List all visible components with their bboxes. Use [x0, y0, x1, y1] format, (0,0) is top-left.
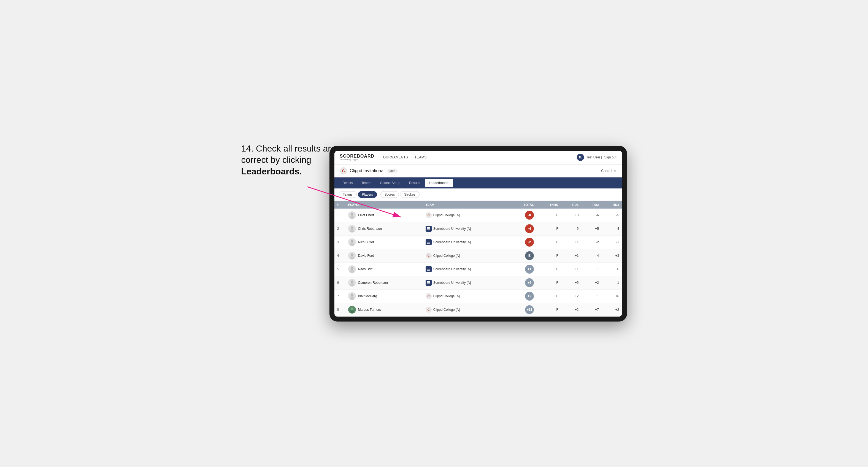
rd3-cell: -5	[601, 209, 622, 222]
rd3-cell: -1	[601, 276, 622, 289]
table-row: 5 Rees Britt Scoreboard University [A] +…	[334, 262, 622, 276]
cancel-icon: ✕	[614, 168, 617, 173]
col-team: TEAM	[423, 201, 509, 209]
signout-link[interactable]: Sign out	[604, 155, 616, 159]
rd3-cell: +6	[601, 289, 622, 303]
team-cell: Scoreboard University [A]	[423, 276, 509, 289]
thru-cell: F	[537, 262, 561, 276]
rd1-cell: +1	[561, 249, 582, 262]
player-avatar	[348, 225, 356, 232]
player-cell: Chris Robertson	[345, 222, 423, 235]
tab-results[interactable]: Results	[405, 179, 424, 187]
thru-cell: F	[537, 289, 561, 303]
svg-point-9	[351, 240, 353, 243]
team-logo-c: C	[426, 293, 432, 299]
thru-cell: F	[537, 222, 561, 235]
nav-right: TU Test User | Sign out	[577, 154, 616, 161]
player-avatar	[348, 238, 356, 246]
player-avatar	[348, 279, 356, 286]
team-cell: C Clippd College [A]	[423, 249, 509, 262]
rd3-cell: -4	[601, 222, 622, 235]
team-cell: Scoreboard University [A]	[423, 262, 509, 276]
nav-teams[interactable]: TEAMS	[414, 154, 427, 160]
filter-scores[interactable]: Scores	[380, 191, 399, 198]
thru-cell: F	[537, 303, 561, 316]
team-cell: C Clippd College [A]	[423, 289, 509, 303]
total-cell: -8	[509, 209, 537, 222]
outer-wrapper: 14. Check all results are correct by cli…	[241, 146, 627, 321]
team-cell: Scoreboard University [A]	[423, 222, 509, 235]
rank-cell: 1	[334, 209, 345, 222]
total-cell: +9	[509, 289, 537, 303]
svg-point-6	[351, 226, 353, 229]
team-cell: Scoreboard University [A]	[423, 235, 509, 249]
svg-point-19	[350, 283, 354, 286]
player-avatar	[348, 211, 356, 219]
player-avatar	[348, 306, 356, 314]
player-cell: Blair McHarg	[345, 289, 423, 303]
rd1-cell: +2	[561, 303, 582, 316]
filter-teams[interactable]: Teams	[339, 191, 357, 198]
svg-point-13	[350, 256, 354, 259]
thru-cell: F	[537, 249, 561, 262]
rd2-cell: E	[581, 262, 601, 276]
filter-strokes[interactable]: Strokes	[400, 191, 420, 198]
col-rd1: RD1	[561, 201, 582, 209]
tab-details[interactable]: Details	[339, 179, 357, 187]
rank-cell: 6	[334, 276, 345, 289]
user-icon: TU	[577, 154, 584, 161]
rd3-cell: -1	[601, 235, 622, 249]
thru-cell: F	[537, 235, 561, 249]
team-cell: C Clippd College [A]	[423, 303, 509, 316]
svg-point-24	[351, 308, 353, 310]
table-row: 1 Elliot Ebert C Clippd College [A] -8 F…	[334, 209, 622, 222]
thru-cell: F	[537, 209, 561, 222]
rd2-cell: +1	[581, 289, 601, 303]
col-total: TOTAL	[509, 201, 537, 209]
thru-cell: F	[537, 276, 561, 289]
rd2-cell: -2	[581, 235, 601, 249]
table-row: 7 Blair McHarg C Clippd College [A] +9 F…	[334, 289, 622, 303]
rd2-cell: -6	[581, 209, 601, 222]
cancel-button[interactable]: Cancel ✕	[601, 168, 616, 173]
tablet-screen: SCOREBOARD Powered by clippd TOURNAMENTS…	[334, 151, 622, 317]
tournament-title: Clippd Invitational	[350, 168, 384, 173]
leaderboard-table: # PLAYER TEAM TOTAL THRU RD1 RD2 RD3 1	[334, 201, 622, 317]
rd1-cell: +5	[561, 276, 582, 289]
table-row: 8 Marcus Turners C Clippd College [A] +1…	[334, 303, 622, 316]
rd3-cell: +2	[601, 303, 622, 316]
rd1-cell: +2	[561, 289, 582, 303]
rank-cell: 5	[334, 262, 345, 276]
nav-tournaments[interactable]: TOURNAMENTS	[381, 154, 408, 160]
svg-point-10	[350, 243, 354, 246]
player-cell: David Ford	[345, 249, 423, 262]
tablet-frame: SCOREBOARD Powered by clippd TOURNAMENTS…	[330, 146, 627, 321]
tab-teams[interactable]: Teams	[358, 179, 375, 187]
player-avatar	[348, 252, 356, 259]
svg-point-3	[351, 213, 353, 216]
rd2-cell: -4	[581, 249, 601, 262]
team-cell: C Clippd College [A]	[423, 209, 509, 222]
col-rd2: RD2	[581, 201, 601, 209]
filter-bar: Teams Players Scores Strokes	[334, 188, 622, 201]
col-player: PLAYER	[345, 201, 423, 209]
filter-players[interactable]: Players	[358, 191, 377, 198]
rd2-cell: +5	[581, 222, 601, 235]
total-cell: +6	[509, 276, 537, 289]
rd2-cell: +7	[581, 303, 601, 316]
rank-cell: 7	[334, 289, 345, 303]
team-logo-c: C	[426, 307, 432, 313]
svg-point-18	[351, 280, 353, 283]
player-cell: Elliot Ebert	[345, 209, 423, 222]
rank-cell: 4	[334, 249, 345, 262]
tab-course-setup[interactable]: Course Setup	[376, 179, 404, 187]
table-row: 6 Cameron Robertson Scoreboard Universit…	[334, 276, 622, 289]
player-avatar	[348, 265, 356, 273]
player-cell: Rees Britt	[345, 262, 423, 276]
table-row: 3 Rich Butler Scoreboard University [A] …	[334, 235, 622, 249]
team-logo-c: C	[426, 253, 432, 259]
tab-leaderboards[interactable]: Leaderboards	[425, 179, 453, 187]
svg-point-7	[350, 229, 354, 232]
svg-point-21	[351, 294, 353, 297]
svg-point-16	[350, 270, 354, 273]
